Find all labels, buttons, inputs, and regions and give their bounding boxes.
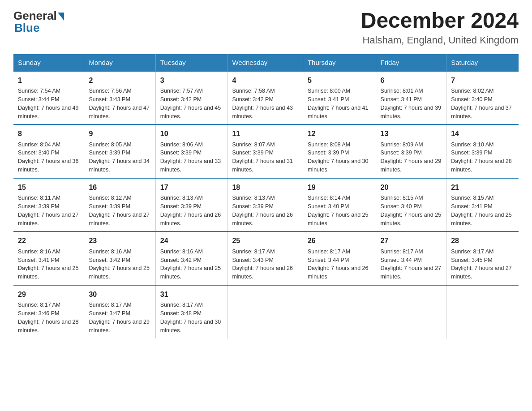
day-number: 25 <box>232 235 298 246</box>
table-row: 20 Sunrise: 8:15 AMSunset: 3:40 PMDaylig… <box>376 178 446 232</box>
day-info: Sunrise: 8:11 AMSunset: 3:39 PMDaylight:… <box>18 195 79 227</box>
table-row <box>376 285 446 338</box>
day-info: Sunrise: 8:15 AMSunset: 3:41 PMDaylight:… <box>451 195 512 227</box>
calendar-week-row: 8 Sunrise: 8:04 AMSunset: 3:40 PMDayligh… <box>13 124 519 178</box>
day-info: Sunrise: 8:17 AMSunset: 3:45 PMDaylight:… <box>451 248 512 280</box>
day-info: Sunrise: 7:58 AMSunset: 3:42 PMDaylight:… <box>232 88 293 120</box>
table-row: 31 Sunrise: 8:17 AMSunset: 3:48 PMDaylig… <box>155 285 227 338</box>
day-number: 8 <box>18 128 79 139</box>
day-info: Sunrise: 8:17 AMSunset: 3:43 PMDaylight:… <box>232 248 293 280</box>
table-row: 7 Sunrise: 8:02 AMSunset: 3:40 PMDayligh… <box>446 71 519 125</box>
day-number: 7 <box>451 75 514 86</box>
day-number: 9 <box>89 128 150 139</box>
table-row <box>303 285 376 338</box>
day-number: 11 <box>232 128 298 139</box>
day-number: 17 <box>160 182 223 193</box>
table-row: 24 Sunrise: 8:16 AMSunset: 3:42 PMDaylig… <box>155 231 227 285</box>
day-number: 26 <box>308 235 371 246</box>
table-row: 2 Sunrise: 7:56 AMSunset: 3:43 PMDayligh… <box>84 71 155 125</box>
day-number: 24 <box>160 235 223 246</box>
table-row: 4 Sunrise: 7:58 AMSunset: 3:42 PMDayligh… <box>227 71 303 125</box>
title-section: December 2024 Halsham, England, United K… <box>361 9 519 46</box>
day-info: Sunrise: 8:17 AMSunset: 3:46 PMDaylight:… <box>18 302 79 334</box>
table-row: 17 Sunrise: 8:13 AMSunset: 3:39 PMDaylig… <box>155 178 227 232</box>
table-row: 29 Sunrise: 8:17 AMSunset: 3:46 PMDaylig… <box>13 285 84 338</box>
day-info: Sunrise: 8:16 AMSunset: 3:42 PMDaylight:… <box>89 248 150 280</box>
table-row: 5 Sunrise: 8:00 AMSunset: 3:41 PMDayligh… <box>303 71 376 125</box>
table-row: 14 Sunrise: 8:10 AMSunset: 3:39 PMDaylig… <box>446 124 519 178</box>
header-saturday: Saturday <box>446 54 519 71</box>
day-info: Sunrise: 8:02 AMSunset: 3:40 PMDaylight:… <box>451 88 512 120</box>
day-number: 31 <box>160 289 223 300</box>
calendar-week-row: 22 Sunrise: 8:16 AMSunset: 3:41 PMDaylig… <box>13 231 519 285</box>
day-info: Sunrise: 8:14 AMSunset: 3:40 PMDaylight:… <box>308 195 369 227</box>
header-friday: Friday <box>376 54 446 71</box>
calendar-week-row: 29 Sunrise: 8:17 AMSunset: 3:46 PMDaylig… <box>13 285 519 338</box>
header-wednesday: Wednesday <box>227 54 303 71</box>
day-info: Sunrise: 8:09 AMSunset: 3:39 PMDaylight:… <box>381 141 442 173</box>
table-row: 16 Sunrise: 8:12 AMSunset: 3:39 PMDaylig… <box>84 178 155 232</box>
day-number: 23 <box>89 235 150 246</box>
day-info: Sunrise: 8:00 AMSunset: 3:41 PMDaylight:… <box>308 88 369 120</box>
table-row: 9 Sunrise: 8:05 AMSunset: 3:39 PMDayligh… <box>84 124 155 178</box>
table-row: 18 Sunrise: 8:13 AMSunset: 3:39 PMDaylig… <box>227 178 303 232</box>
page-header: General Blue December 2024 Halsham, Engl… <box>13 9 519 46</box>
day-info: Sunrise: 8:01 AMSunset: 3:41 PMDaylight:… <box>381 88 442 120</box>
day-number: 13 <box>381 128 442 139</box>
table-row: 23 Sunrise: 8:16 AMSunset: 3:42 PMDaylig… <box>84 231 155 285</box>
day-number: 5 <box>308 75 371 86</box>
day-number: 10 <box>160 128 223 139</box>
day-number: 12 <box>308 128 371 139</box>
logo-blue-text: Blue <box>14 21 39 35</box>
day-info: Sunrise: 8:07 AMSunset: 3:39 PMDaylight:… <box>232 141 293 173</box>
table-row: 3 Sunrise: 7:57 AMSunset: 3:42 PMDayligh… <box>155 71 227 125</box>
day-number: 18 <box>232 182 298 193</box>
table-row: 21 Sunrise: 8:15 AMSunset: 3:41 PMDaylig… <box>446 178 519 232</box>
day-info: Sunrise: 8:05 AMSunset: 3:39 PMDaylight:… <box>89 141 150 173</box>
table-row: 12 Sunrise: 8:08 AMSunset: 3:39 PMDaylig… <box>303 124 376 178</box>
day-info: Sunrise: 8:13 AMSunset: 3:39 PMDaylight:… <box>160 195 221 227</box>
logo: General Blue <box>13 9 64 35</box>
day-info: Sunrise: 7:54 AMSunset: 3:44 PMDaylight:… <box>18 88 79 120</box>
day-info: Sunrise: 8:04 AMSunset: 3:40 PMDaylight:… <box>18 141 79 173</box>
table-row: 8 Sunrise: 8:04 AMSunset: 3:40 PMDayligh… <box>13 124 84 178</box>
calendar-week-row: 1 Sunrise: 7:54 AMSunset: 3:44 PMDayligh… <box>13 71 519 125</box>
day-info: Sunrise: 8:17 AMSunset: 3:44 PMDaylight:… <box>308 248 369 280</box>
table-row: 25 Sunrise: 8:17 AMSunset: 3:43 PMDaylig… <box>227 231 303 285</box>
day-number: 20 <box>381 182 442 193</box>
calendar-week-row: 15 Sunrise: 8:11 AMSunset: 3:39 PMDaylig… <box>13 178 519 232</box>
day-info: Sunrise: 8:16 AMSunset: 3:41 PMDaylight:… <box>18 248 79 280</box>
day-number: 21 <box>451 182 514 193</box>
day-info: Sunrise: 8:17 AMSunset: 3:44 PMDaylight:… <box>381 248 442 280</box>
day-info: Sunrise: 7:56 AMSunset: 3:43 PMDaylight:… <box>89 88 150 120</box>
day-info: Sunrise: 8:16 AMSunset: 3:42 PMDaylight:… <box>160 248 221 280</box>
day-info: Sunrise: 8:06 AMSunset: 3:39 PMDaylight:… <box>160 141 221 173</box>
day-info: Sunrise: 8:12 AMSunset: 3:39 PMDaylight:… <box>89 195 150 227</box>
header-thursday: Thursday <box>303 54 376 71</box>
table-row: 30 Sunrise: 8:17 AMSunset: 3:47 PMDaylig… <box>84 285 155 338</box>
day-info: Sunrise: 8:08 AMSunset: 3:39 PMDaylight:… <box>308 141 369 173</box>
day-info: Sunrise: 8:17 AMSunset: 3:48 PMDaylight:… <box>160 302 221 334</box>
day-number: 29 <box>18 289 79 300</box>
page-subtitle: Halsham, England, United Kingdom <box>361 34 519 46</box>
day-number: 15 <box>18 182 79 193</box>
day-number: 19 <box>308 182 371 193</box>
logo-arrow-icon <box>58 13 64 21</box>
day-number: 6 <box>381 75 442 86</box>
table-row: 6 Sunrise: 8:01 AMSunset: 3:41 PMDayligh… <box>376 71 446 125</box>
table-row: 19 Sunrise: 8:14 AMSunset: 3:40 PMDaylig… <box>303 178 376 232</box>
table-row: 26 Sunrise: 8:17 AMSunset: 3:44 PMDaylig… <box>303 231 376 285</box>
table-row <box>227 285 303 338</box>
day-number: 2 <box>89 75 150 86</box>
table-row: 13 Sunrise: 8:09 AMSunset: 3:39 PMDaylig… <box>376 124 446 178</box>
day-number: 30 <box>89 289 150 300</box>
day-info: Sunrise: 8:10 AMSunset: 3:39 PMDaylight:… <box>451 141 512 173</box>
day-number: 28 <box>451 235 514 246</box>
header-monday: Monday <box>84 54 155 71</box>
calendar-header-row: Sunday Monday Tuesday Wednesday Thursday… <box>13 54 519 71</box>
day-info: Sunrise: 8:13 AMSunset: 3:39 PMDaylight:… <box>232 195 293 227</box>
page-title: December 2024 <box>361 9 519 33</box>
table-row: 27 Sunrise: 8:17 AMSunset: 3:44 PMDaylig… <box>376 231 446 285</box>
table-row: 28 Sunrise: 8:17 AMSunset: 3:45 PMDaylig… <box>446 231 519 285</box>
header-tuesday: Tuesday <box>155 54 227 71</box>
